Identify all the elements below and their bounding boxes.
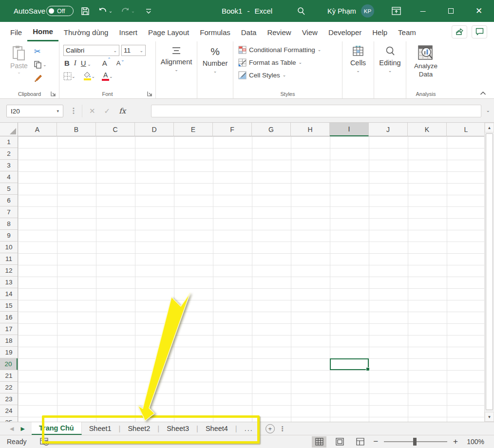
- column-header-f[interactable]: F: [213, 123, 252, 136]
- italic-button[interactable]: I: [74, 59, 76, 67]
- sheet-tab-sheet3[interactable]: Sheet3: [159, 422, 196, 435]
- row-header-22[interactable]: 22: [0, 382, 18, 393]
- font-size-select[interactable]: 11⌄: [121, 45, 146, 56]
- zoom-slider[interactable]: [384, 441, 447, 442]
- zoom-out-button[interactable]: −: [373, 437, 378, 447]
- fill-color-button[interactable]: ⌄: [83, 72, 95, 80]
- column-header-l[interactable]: L: [447, 123, 484, 136]
- insert-function-button[interactable]: fx: [119, 107, 126, 115]
- tab-review[interactable]: Review: [262, 23, 296, 41]
- row-header-15[interactable]: 15: [0, 300, 18, 312]
- cells-button[interactable]: Cells ⌄: [342, 41, 374, 73]
- sheet-tab-sheet4[interactable]: Sheet4: [198, 422, 235, 435]
- row-header-11[interactable]: 11: [0, 253, 18, 265]
- minimize-button[interactable]: ─: [412, 0, 434, 22]
- column-header-j[interactable]: J: [369, 123, 408, 136]
- sheet-tab-sheet1[interactable]: Sheet1: [82, 422, 119, 435]
- undo-button[interactable]: ⌄: [95, 0, 115, 22]
- row-header-7[interactable]: 7: [0, 206, 18, 218]
- scroll-down-button[interactable]: ▼: [485, 412, 494, 422]
- format-as-table-button[interactable]: Format as Table ⌄: [233, 56, 342, 69]
- page-layout-view-button[interactable]: [332, 436, 347, 448]
- tab-formulas[interactable]: Formulas: [194, 23, 236, 41]
- save-button[interactable]: [78, 0, 93, 22]
- tab-page-layout[interactable]: Page Layout: [143, 23, 194, 41]
- row-header-8[interactable]: 8: [0, 218, 18, 230]
- tab-file[interactable]: File: [5, 23, 27, 41]
- grid-cells[interactable]: [18, 136, 484, 422]
- sheet-tab-trang-ch[interactable]: Trang Chủ: [32, 422, 82, 435]
- tab-home[interactable]: Home: [27, 23, 58, 41]
- row-header-1[interactable]: 1: [0, 136, 18, 148]
- column-header-g[interactable]: G: [252, 123, 291, 136]
- scroll-up-button[interactable]: ▲: [485, 123, 494, 132]
- enter-button[interactable]: ✓: [104, 107, 111, 115]
- row-header-18[interactable]: 18: [0, 335, 18, 347]
- row-header-5[interactable]: 5: [0, 183, 18, 195]
- zoom-slider-handle[interactable]: [413, 438, 417, 446]
- formula-bar-grip[interactable]: •••: [73, 107, 75, 114]
- row-header-16[interactable]: 16: [0, 312, 18, 323]
- paste-button[interactable]: Paste ⌄: [8, 45, 30, 75]
- conditional-formatting-button[interactable]: Conditional Formatting ⌄: [233, 43, 342, 56]
- column-header-k[interactable]: K: [408, 123, 447, 136]
- clipboard-dialog-launcher[interactable]: [50, 91, 57, 97]
- formula-input[interactable]: [151, 105, 481, 117]
- row-header-2[interactable]: 2: [0, 148, 18, 160]
- zoom-in-button[interactable]: +: [453, 437, 458, 447]
- column-header-a[interactable]: A: [18, 123, 57, 136]
- tab-th-ng-d-ng[interactable]: Thường dùng: [58, 23, 114, 41]
- comments-button[interactable]: [472, 25, 487, 38]
- expand-formula-bar-icon[interactable]: ⌄: [486, 108, 490, 113]
- number-format-button[interactable]: % Number ⌄: [197, 41, 233, 74]
- new-sheet-button[interactable]: +: [266, 424, 275, 433]
- tab-insert[interactable]: Insert: [114, 23, 143, 41]
- format-painter-button[interactable]: [34, 74, 47, 83]
- font-name-select[interactable]: Calibri⌄: [63, 45, 119, 56]
- row-header-19[interactable]: 19: [0, 347, 18, 358]
- ribbon-display-options-button[interactable]: [389, 0, 403, 22]
- prev-sheet-button[interactable]: ◀: [10, 426, 14, 432]
- tab-developer[interactable]: Developer: [323, 23, 367, 41]
- row-header-25[interactable]: 25: [0, 417, 18, 422]
- account-button[interactable]: KP: [361, 0, 374, 22]
- collapse-ribbon-button[interactable]: [480, 91, 486, 95]
- column-header-c[interactable]: C: [96, 123, 135, 136]
- maximize-button[interactable]: [439, 0, 462, 22]
- select-all-button[interactable]: [0, 123, 18, 136]
- alignment-button[interactable]: Alignment ⌄: [156, 41, 197, 72]
- underline-button[interactable]: U ⌄: [81, 59, 91, 67]
- search-button[interactable]: [294, 0, 308, 22]
- sheet-tab-overflow[interactable]: ...: [237, 422, 261, 435]
- sheet-tab-sheet2[interactable]: Sheet2: [120, 422, 157, 435]
- next-sheet-button[interactable]: ▶: [20, 426, 24, 432]
- row-header-4[interactable]: 4: [0, 171, 18, 183]
- column-header-b[interactable]: B: [57, 123, 96, 136]
- font-color-button[interactable]: A ⌄: [102, 72, 113, 81]
- row-header-21[interactable]: 21: [0, 370, 18, 382]
- row-header-6[interactable]: 6: [0, 195, 18, 206]
- share-button[interactable]: [452, 25, 467, 38]
- redo-button[interactable]: ⌄: [118, 0, 137, 22]
- row-header-20[interactable]: 20: [0, 358, 18, 370]
- cell-styles-button[interactable]: Cell Styles ⌄: [233, 69, 342, 81]
- close-button[interactable]: ✕: [468, 0, 490, 22]
- row-header-13[interactable]: 13: [0, 277, 18, 288]
- cut-button[interactable]: ✂: [34, 46, 47, 56]
- row-header-9[interactable]: 9: [0, 230, 18, 242]
- active-cell[interactable]: [330, 358, 369, 370]
- bold-button[interactable]: B: [64, 59, 70, 67]
- analyze-data-button[interactable]: Analyze Data: [406, 41, 445, 79]
- tab-help[interactable]: Help: [367, 23, 393, 41]
- copy-button[interactable]: ⌄: [34, 60, 47, 70]
- tabbar-grip[interactable]: •••: [282, 426, 284, 431]
- vertical-scroll-thumb[interactable]: [486, 133, 493, 410]
- column-header-e[interactable]: E: [174, 123, 213, 136]
- editing-button[interactable]: Editing ⌄: [374, 41, 406, 73]
- normal-view-button[interactable]: [312, 436, 326, 448]
- cancel-button[interactable]: ✕: [89, 107, 95, 115]
- column-header-h[interactable]: H: [291, 123, 330, 136]
- row-header-24[interactable]: 24: [0, 405, 18, 417]
- customize-quick-access-button[interactable]: [141, 0, 156, 22]
- row-header-23[interactable]: 23: [0, 393, 18, 405]
